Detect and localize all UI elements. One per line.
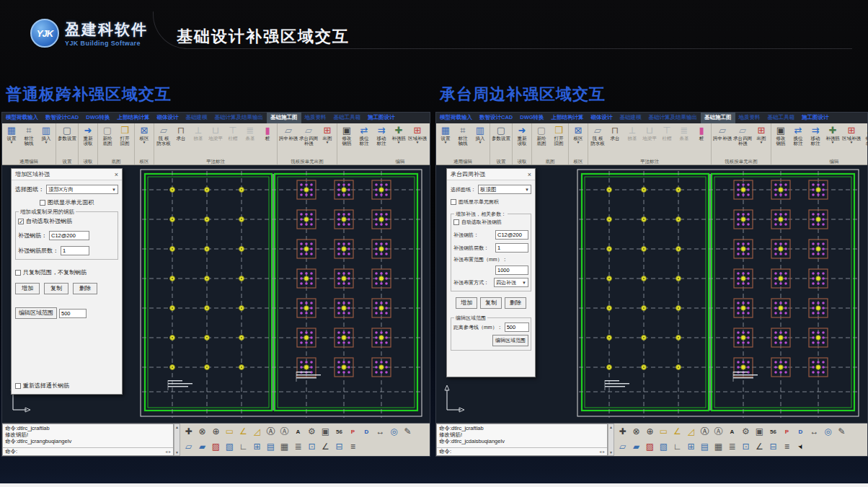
ribbon-button-swap-annotation[interactable]: ⇄换位 标注 bbox=[355, 124, 373, 146]
text-tool-icon[interactable]: A bbox=[291, 425, 305, 439]
list-tool-icon[interactable]: ≡ bbox=[780, 440, 794, 454]
close-icon[interactable]: × bbox=[528, 171, 531, 178]
reinforce-rebar-input[interactable] bbox=[495, 230, 528, 240]
ribbon-tab[interactable]: 施工图设计 bbox=[798, 113, 833, 123]
scale-56-icon[interactable]: 56 bbox=[332, 425, 346, 439]
ribbon-button-axis-annotate[interactable]: ⌗标注 轴线 bbox=[454, 124, 471, 146]
window-tool-icon[interactable]: ⊟ bbox=[332, 440, 346, 454]
drawing-canvas[interactable] bbox=[135, 167, 428, 422]
cell-tool-icon[interactable]: ⊡ bbox=[739, 440, 753, 454]
ribbon-tab[interactable]: 地质资料 bbox=[301, 113, 330, 123]
find-text-tool-icon[interactable]: Ⓐ bbox=[264, 425, 278, 439]
copy-entity-tool-icon[interactable]: ▱ bbox=[182, 440, 195, 454]
pan-tool-icon[interactable]: ✚ bbox=[616, 425, 629, 439]
ribbon-tab[interactable]: 基础计算及结果输出 bbox=[645, 113, 701, 123]
block-tool-icon[interactable]: ▧ bbox=[657, 440, 670, 454]
ribbon-button-param-settings[interactable]: ▢参数设置 bbox=[491, 124, 511, 141]
replace-text-tool-icon[interactable]: Ⓐ bbox=[278, 425, 291, 439]
ribbon-tab[interactable]: 模型荷载输入 bbox=[2, 113, 42, 123]
ribbon-tab[interactable]: 基础工具箱 bbox=[330, 113, 365, 123]
ref-line-distance-input[interactable] bbox=[505, 323, 529, 332]
rebar-layers-input[interactable] bbox=[495, 243, 528, 253]
paste-entity-tool-icon[interactable]: ▰ bbox=[629, 440, 643, 454]
circle-select-tool-icon[interactable]: ◎ bbox=[387, 425, 401, 439]
measure-tool-icon[interactable]: ▭ bbox=[657, 425, 670, 439]
layer-tool-icon[interactable]: ≣ bbox=[291, 440, 305, 454]
ribbon-tab[interactable]: 地质资料 bbox=[735, 113, 764, 123]
ribbon-tab[interactable]: DWG转换 bbox=[82, 113, 113, 123]
delete-button[interactable]: 删除 bbox=[73, 283, 97, 294]
delete-entity-tool-icon[interactable]: ▨ bbox=[209, 440, 223, 454]
ribbon-tab[interactable]: 上部结构计算 bbox=[548, 113, 588, 123]
ribbon-button-region-reinforce[interactable]: ⊞区域补强▼ bbox=[841, 124, 862, 144]
block-tool-icon[interactable]: ▧ bbox=[223, 440, 236, 454]
ribbon-button-new-drawing[interactable]: ▢新绘 底图 bbox=[99, 124, 116, 146]
add-button[interactable]: 增加 bbox=[456, 297, 477, 309]
measure-tool-icon[interactable]: ▭ bbox=[223, 425, 236, 439]
ribbon-tab[interactable]: 数智设计CAD bbox=[476, 113, 516, 123]
zoom-extents-tool-icon[interactable]: ⊗ bbox=[195, 425, 209, 439]
ribbon-button-modify-rebar[interactable]: ▣修改 钢筋 bbox=[338, 124, 355, 146]
wrench-tool-icon[interactable]: ⚙ bbox=[305, 425, 319, 439]
reselect-longbar-checkbox[interactable] bbox=[15, 383, 21, 389]
ribbon-button-pile[interactable]: ▮桩 bbox=[259, 124, 276, 141]
ribbon-button-slab-region[interactable]: ⊠板区▼ bbox=[570, 124, 587, 144]
delete-entity-tool-icon[interactable]: ▨ bbox=[643, 440, 657, 454]
command-v-scrollbar[interactable]: ▲▼ bbox=[608, 424, 614, 456]
ribbon-button-midspan-reinforce[interactable]: ▱跨中补强 bbox=[278, 124, 298, 141]
capture-tool-icon[interactable]: ▣ bbox=[319, 425, 332, 439]
angle-tool-icon[interactable]: ∠ bbox=[670, 425, 684, 439]
ribbon-button-swap-annotation[interactable]: ⇄换位 标注 bbox=[789, 124, 807, 146]
ribbon-tab[interactable]: 基础建模 bbox=[182, 113, 211, 123]
sketch-tool-icon[interactable]: ✎ bbox=[835, 425, 849, 439]
copy-range-only-checkbox[interactable] bbox=[15, 270, 21, 276]
angle-tool-icon[interactable]: ∠ bbox=[236, 425, 250, 439]
ribbon-button-insert-table[interactable]: ▥插入▼ bbox=[37, 124, 55, 144]
add-button[interactable]: 增加 bbox=[15, 283, 40, 294]
ribbon-button-new-drawing[interactable]: ▢新绘 底图 bbox=[533, 124, 550, 146]
replace-text-tool-icon[interactable]: Ⓐ bbox=[712, 425, 725, 439]
ribbon-button-rename[interactable]: A修改 名称 bbox=[862, 124, 867, 146]
ribbon-button-plot-output[interactable]: ⊞出图▼ bbox=[319, 124, 336, 144]
ribbon-button-pile-cap[interactable]: ⊓承台 bbox=[606, 124, 624, 141]
ribbon-button-axis-annotate[interactable]: ⌗标注 轴线 bbox=[20, 124, 37, 146]
dialog-titlebar[interactable]: 承台四周补强 × bbox=[447, 169, 535, 180]
grid-tool-icon[interactable]: ⊞ bbox=[684, 440, 698, 454]
ribbon-button-reload[interactable]: ➜重新 读取 bbox=[513, 124, 531, 146]
ribbon-tab[interactable]: 基础计算及结果输出 bbox=[211, 113, 267, 123]
ribbon-button-move-annotation[interactable]: ⇉移动 标注 bbox=[807, 124, 824, 146]
reinforce-mode-select[interactable]: 四边补强 ▼ bbox=[494, 278, 528, 287]
ribbon-tab[interactable]: DWG转换 bbox=[516, 113, 547, 123]
copy-button[interactable]: 复制 bbox=[480, 297, 502, 309]
reinforce-range-input[interactable] bbox=[495, 266, 528, 275]
move-tool-icon[interactable]: ↔ bbox=[807, 425, 821, 439]
cell-tool-icon[interactable]: ⊡ bbox=[305, 440, 319, 454]
auto-select-rebar-checkbox[interactable] bbox=[18, 219, 24, 224]
hatch-tool-icon[interactable]: ▦ bbox=[278, 440, 291, 454]
pdf-export-tool-icon[interactable]: P bbox=[780, 425, 794, 439]
command-history[interactable]: 命令:dtlrc_jcraftlab修改钢筋!命令:dtlrc_jcdaisbu… bbox=[436, 424, 608, 456]
pdf-export-tool-icon[interactable]: P bbox=[346, 425, 360, 439]
angle2-tool-icon[interactable]: ∠ bbox=[319, 440, 332, 454]
ribbon-button-settings-grid[interactable]: ▦设置▼ bbox=[437, 124, 454, 144]
zoom-extents-tool-icon[interactable]: ⊗ bbox=[629, 425, 643, 439]
ribbon-tab[interactable]: 基础建模 bbox=[616, 113, 645, 123]
ribbon-button-pile-cap[interactable]: ⊓承台 bbox=[172, 124, 190, 141]
command-history[interactable]: 命令:dtlrc_jcraftlab修改钢筋!命令:dtlrc_jcrangbu… bbox=[2, 424, 174, 456]
ribbon-tab[interactable]: 基础施工图 bbox=[701, 113, 735, 123]
circle-select-tool-icon[interactable]: ◎ bbox=[821, 425, 835, 439]
edit-region-button[interactable]: 编辑区域范围 bbox=[492, 335, 528, 346]
scale-56-icon[interactable]: 56 bbox=[766, 425, 780, 439]
ribbon-button-midspan-reinforce[interactable]: ▱跨中补强 bbox=[712, 124, 732, 141]
ribbon-button-cap-around-reinforce[interactable]: ▱承台四周 补强 bbox=[732, 124, 753, 146]
auto-select-rebar-checkbox[interactable] bbox=[453, 219, 459, 225]
capture-tool-icon[interactable]: ▣ bbox=[753, 425, 766, 439]
table-tool-icon[interactable]: ▤ bbox=[264, 440, 278, 454]
ribbon-button-rename[interactable]: A修改 名称 bbox=[428, 124, 430, 146]
area-tool-icon[interactable]: ◿ bbox=[684, 425, 698, 439]
ribbon-tab[interactable]: 基础施工图 bbox=[267, 113, 301, 123]
command-prompt[interactable]: 命令: bbox=[439, 448, 451, 455]
ribbon-button-slab-region[interactable]: ⊠板区▼ bbox=[136, 124, 153, 144]
h-scrollbar[interactable]: ◂ ▸ bbox=[599, 448, 605, 455]
command-v-scrollbar[interactable]: ▲▼ bbox=[174, 424, 180, 456]
